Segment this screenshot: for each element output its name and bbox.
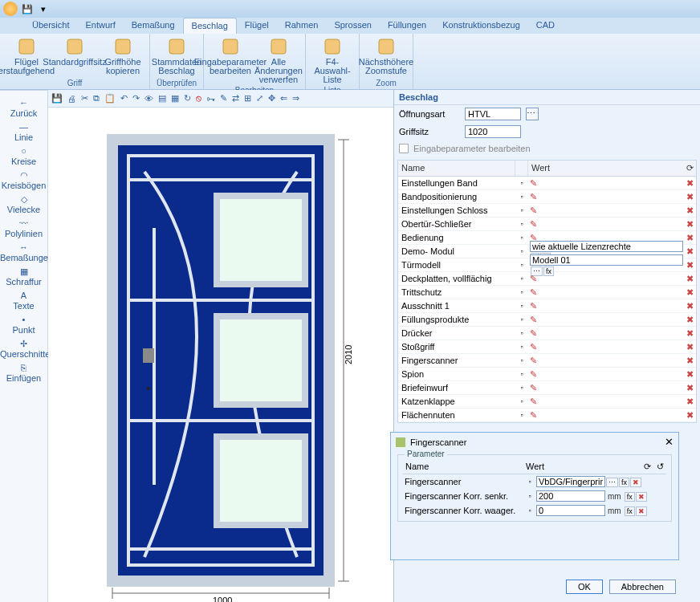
row-action-icon[interactable]: ✖	[683, 383, 696, 393]
ok-button[interactable]: OK	[566, 580, 603, 594]
popup-header-wert[interactable]: Wert	[523, 460, 641, 474]
tool4-icon[interactable]: ⊞	[244, 93, 251, 104]
layers-icon[interactable]: ▤	[158, 93, 166, 104]
grid-row[interactable]: Einstellungen Schloss▫✎✖	[398, 204, 696, 218]
pan-icon[interactable]: ✥	[268, 93, 275, 104]
tab-übersicht[interactable]: Übersicht	[24, 18, 77, 34]
popup-header-refresh-icon[interactable]: ⟳	[641, 460, 653, 474]
canvas[interactable]: 1000 2010	[48, 108, 393, 602]
row-action-icon[interactable]: ✖	[683, 315, 696, 325]
wert-input[interactable]	[530, 241, 683, 252]
qat-dropdown[interactable]: ▾	[37, 2, 50, 15]
row-action-icon[interactable]: ✖	[683, 342, 696, 352]
copy-icon[interactable]: ⧉	[93, 93, 100, 104]
row-action-icon[interactable]: ✖	[683, 205, 696, 216]
wert-input[interactable]	[530, 254, 683, 266]
row-action-icon[interactable]: ✖	[683, 192, 696, 202]
row-action-icon[interactable]: ✖	[683, 301, 696, 311]
tool3-icon[interactable]: ⇄	[232, 93, 239, 104]
row-action-icon[interactable]: ✖	[683, 369, 696, 380]
palette-linie[interactable]: —Linie	[0, 121, 47, 142]
grid-row[interactable]: Drücker▫✎✖	[398, 327, 696, 340]
grid-row[interactable]: Bandpositionierung▫✎✖	[398, 190, 696, 204]
tool1-icon[interactable]: 🗝	[206, 94, 215, 104]
grid-header-name[interactable]: Name	[398, 161, 515, 176]
fx-button[interactable]: fx	[625, 492, 635, 502]
tab-flügel[interactable]: Flügel	[237, 18, 277, 34]
grid-row[interactable]: Spion▫✎✖	[398, 368, 696, 381]
grid-row[interactable]: Füllungsprodukte▫✎✖	[398, 313, 696, 327]
close-icon[interactable]: ✕	[665, 436, 674, 448]
grid-row[interactable]: Ausschnitt 1▫✎✖	[398, 299, 696, 313]
eingabeparameter-bearbeiten[interactable]: Eingabeparameterbearbeiten	[207, 35, 254, 86]
row-action-icon[interactable]: ✖	[683, 274, 696, 284]
undo-icon[interactable]: ↶	[120, 93, 128, 104]
row-action-icon[interactable]: ✖	[683, 397, 696, 407]
tab-füllungen[interactable]: Füllungen	[380, 18, 434, 34]
cancel-icon[interactable]: ⦸	[196, 93, 201, 104]
palette-kreisboegen[interactable]: ◠Kreisbögen	[0, 169, 47, 190]
palette-vielecke[interactable]: ◇Vielecke	[0, 193, 47, 214]
ep-checkbox[interactable]	[399, 144, 409, 153]
oeffnungsart-input[interactable]	[465, 108, 521, 120]
grid-row[interactable]: Deckplatten, vollflächig▫✎✖	[398, 272, 696, 286]
f4-auswahl-liste[interactable]: F4-Auswahl-Liste	[309, 35, 356, 86]
refresh-icon[interactable]: ↻	[184, 93, 191, 104]
row-action-icon[interactable]: ✖	[683, 328, 696, 339]
griffsitz-input[interactable]	[465, 125, 521, 138]
grid-row[interactable]: Stoßgriff▫✎✖	[398, 340, 696, 354]
grid-row[interactable]: Flächennuten▫✎✖	[398, 409, 696, 422]
fx-button[interactable]: fx	[619, 478, 629, 487]
prev-icon[interactable]: ⇐	[280, 93, 287, 104]
palette-zurueck[interactable]: ←Zurück	[0, 97, 47, 118]
row-action-icon[interactable]: ✖	[683, 233, 696, 243]
tab-beschlag[interactable]: Beschlag	[183, 18, 237, 34]
palette-punkt[interactable]: •Punkt	[0, 314, 47, 335]
save-icon[interactable]: 💾	[51, 93, 63, 104]
grid-row[interactable]: Briefeinwurf▫✎✖	[398, 381, 696, 395]
tab-rahmen[interactable]: Rahmen	[277, 18, 327, 34]
view-icon[interactable]: 👁	[144, 94, 153, 104]
redo-icon[interactable]: ↷	[132, 93, 140, 104]
popup-wert-input[interactable]	[536, 490, 605, 502]
popup-header-name[interactable]: Name	[403, 460, 523, 474]
row-action-icon[interactable]: ✖	[683, 287, 696, 298]
grid-row[interactable]: Türmodell▫⋯fx✖	[398, 258, 696, 272]
fx-button[interactable]: fx	[625, 506, 635, 516]
grid-header-refresh-icon[interactable]: ⟳	[683, 161, 696, 176]
reset-icon[interactable]: ✖	[636, 492, 647, 502]
tool2-icon[interactable]: ✎	[220, 93, 227, 104]
griffhoehe-kopieren[interactable]: Griffhöhekopieren	[100, 35, 146, 79]
popup-row[interactable]: Fingerscanner Korr. waager.▫mmfx✖	[403, 503, 666, 518]
zoom-extents-icon[interactable]: ⤢	[256, 93, 263, 104]
tab-sprossen[interactable]: Sprossen	[326, 18, 379, 34]
app-menu-button[interactable]	[3, 2, 18, 16]
palette-einfuegen[interactable]: ⎘Einfügen	[0, 362, 47, 383]
grid-header-wert[interactable]: Wert	[528, 161, 683, 176]
paste-icon[interactable]: 📋	[104, 93, 116, 104]
grid-row[interactable]: Fingerscanner▫✎✖	[398, 354, 696, 368]
tab-konstruktionsbezug[interactable]: Konstruktionsbezug	[434, 18, 528, 34]
palette-schraffur[interactable]: ▦Schraffur	[0, 266, 47, 287]
row-action-icon[interactable]: ✖	[683, 178, 696, 189]
tab-cad[interactable]: CAD	[528, 18, 563, 34]
row-action-icon[interactable]: ✖	[683, 356, 696, 366]
oeffnungsart-lookup-button[interactable]: ⋯	[526, 108, 539, 120]
qat-save[interactable]: 💾	[21, 2, 34, 15]
tab-bemaßung[interactable]: Bemaßung	[124, 18, 183, 34]
palette-querschnitte[interactable]: ✢Querschnitte	[0, 338, 47, 359]
popup-wert-input[interactable]	[536, 505, 605, 516]
palette-kreise[interactable]: ○Kreise	[0, 145, 47, 166]
popup-wert-input[interactable]	[536, 476, 605, 487]
grid-row[interactable]: Einstellungen Band▫✎✖	[398, 177, 696, 190]
grid-icon[interactable]: ▦	[171, 93, 179, 104]
palette-bemassungen[interactable]: ↔Bemaßungen	[0, 242, 47, 262]
palette-polylinien[interactable]: 〰Polylinien	[0, 218, 47, 238]
tab-entwurf[interactable]: Entwurf	[77, 18, 123, 34]
popup-header-reset-icon[interactable]: ↺	[653, 460, 666, 474]
zoomstufe[interactable]: NächsthöhereZoomstufe	[363, 35, 409, 79]
alle-aenderungen-verwerfen[interactable]: Alle Änderungenverwerfen	[255, 35, 302, 86]
reset-icon[interactable]: ✖	[630, 478, 641, 487]
reset-icon[interactable]: ✖	[636, 506, 647, 516]
popup-row[interactable]: Fingerscanner Korr. senkr.▫mmfx✖	[403, 489, 666, 503]
